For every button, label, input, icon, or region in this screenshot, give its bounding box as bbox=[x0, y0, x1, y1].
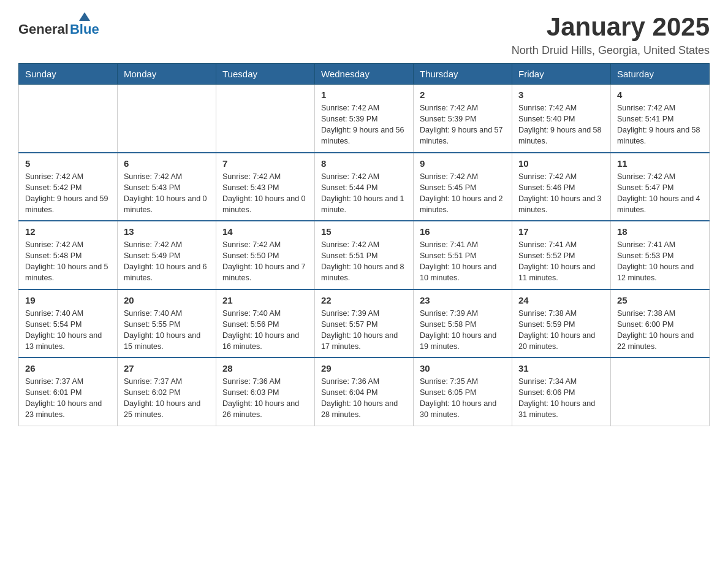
day-info: Sunrise: 7:42 AM Sunset: 5:44 PM Dayligh… bbox=[321, 171, 407, 216]
calendar-cell: 31Sunrise: 7:34 AM Sunset: 6:06 PM Dayli… bbox=[512, 358, 611, 426]
calendar-week-row: 1Sunrise: 7:42 AM Sunset: 5:39 PM Daylig… bbox=[19, 85, 710, 153]
day-info: Sunrise: 7:37 AM Sunset: 6:02 PM Dayligh… bbox=[124, 376, 210, 421]
calendar-cell: 18Sunrise: 7:41 AM Sunset: 5:53 PM Dayli… bbox=[611, 221, 710, 289]
day-info: Sunrise: 7:42 AM Sunset: 5:42 PM Dayligh… bbox=[25, 171, 111, 216]
day-info: Sunrise: 7:39 AM Sunset: 5:57 PM Dayligh… bbox=[321, 308, 407, 353]
day-info: Sunrise: 7:40 AM Sunset: 5:56 PM Dayligh… bbox=[222, 308, 308, 353]
calendar-cell: 8Sunrise: 7:42 AM Sunset: 5:44 PM Daylig… bbox=[315, 153, 414, 221]
day-info: Sunrise: 7:42 AM Sunset: 5:40 PM Dayligh… bbox=[518, 102, 604, 147]
day-number: 8 bbox=[321, 158, 407, 169]
day-number: 5 bbox=[25, 158, 111, 169]
calendar-cell: 22Sunrise: 7:39 AM Sunset: 5:57 PM Dayli… bbox=[315, 289, 414, 358]
day-info: Sunrise: 7:36 AM Sunset: 6:03 PM Dayligh… bbox=[222, 376, 308, 421]
day-info: Sunrise: 7:42 AM Sunset: 5:43 PM Dayligh… bbox=[124, 171, 210, 216]
day-number: 21 bbox=[222, 295, 308, 305]
calendar-cell: 5Sunrise: 7:42 AM Sunset: 5:42 PM Daylig… bbox=[19, 153, 118, 221]
day-info: Sunrise: 7:42 AM Sunset: 5:48 PM Dayligh… bbox=[25, 239, 111, 284]
location-title: North Druid Hills, Georgia, United State… bbox=[512, 44, 710, 57]
calendar-cell bbox=[19, 85, 118, 153]
calendar-header-thursday: Thursday bbox=[414, 64, 512, 85]
calendar-cell: 10Sunrise: 7:42 AM Sunset: 5:46 PM Dayli… bbox=[512, 153, 611, 221]
day-number: 2 bbox=[420, 90, 506, 100]
title-section: January 2025 North Druid Hills, Georgia,… bbox=[512, 12, 710, 57]
calendar-cell: 27Sunrise: 7:37 AM Sunset: 6:02 PM Dayli… bbox=[118, 358, 216, 426]
day-info: Sunrise: 7:34 AM Sunset: 6:06 PM Dayligh… bbox=[518, 376, 604, 421]
logo-icon: General Blue bbox=[18, 12, 99, 37]
calendar-week-row: 26Sunrise: 7:37 AM Sunset: 6:01 PM Dayli… bbox=[19, 358, 710, 426]
day-info: Sunrise: 7:42 AM Sunset: 5:43 PM Dayligh… bbox=[222, 171, 308, 216]
calendar-cell: 24Sunrise: 7:38 AM Sunset: 5:59 PM Dayli… bbox=[512, 289, 611, 358]
day-info: Sunrise: 7:42 AM Sunset: 5:39 PM Dayligh… bbox=[321, 102, 407, 147]
calendar-cell: 29Sunrise: 7:36 AM Sunset: 6:04 PM Dayli… bbox=[315, 358, 414, 426]
day-number: 31 bbox=[518, 363, 604, 373]
day-number: 22 bbox=[321, 295, 407, 305]
calendar-cell: 15Sunrise: 7:42 AM Sunset: 5:51 PM Dayli… bbox=[315, 221, 414, 289]
day-info: Sunrise: 7:40 AM Sunset: 5:55 PM Dayligh… bbox=[124, 308, 210, 353]
calendar-cell: 7Sunrise: 7:42 AM Sunset: 5:43 PM Daylig… bbox=[216, 153, 315, 221]
day-number: 15 bbox=[321, 226, 407, 237]
day-number: 19 bbox=[25, 295, 111, 305]
day-info: Sunrise: 7:40 AM Sunset: 5:54 PM Dayligh… bbox=[25, 308, 111, 353]
calendar-cell: 9Sunrise: 7:42 AM Sunset: 5:45 PM Daylig… bbox=[414, 153, 512, 221]
day-info: Sunrise: 7:39 AM Sunset: 5:58 PM Dayligh… bbox=[420, 308, 506, 353]
day-number: 16 bbox=[420, 226, 506, 237]
day-info: Sunrise: 7:36 AM Sunset: 6:04 PM Dayligh… bbox=[321, 376, 407, 421]
calendar-header-row: SundayMondayTuesdayWednesdayThursdayFrid… bbox=[19, 64, 710, 85]
calendar-week-row: 5Sunrise: 7:42 AM Sunset: 5:42 PM Daylig… bbox=[19, 153, 710, 221]
calendar-header-wednesday: Wednesday bbox=[315, 64, 414, 85]
calendar-cell: 11Sunrise: 7:42 AM Sunset: 5:47 PM Dayli… bbox=[611, 153, 710, 221]
calendar-cell: 14Sunrise: 7:42 AM Sunset: 5:50 PM Dayli… bbox=[216, 221, 315, 289]
calendar-cell: 12Sunrise: 7:42 AM Sunset: 5:48 PM Dayli… bbox=[19, 221, 118, 289]
day-number: 27 bbox=[124, 363, 210, 373]
day-number: 24 bbox=[518, 295, 604, 305]
logo: General Blue bbox=[18, 12, 99, 37]
calendar-cell: 30Sunrise: 7:35 AM Sunset: 6:05 PM Dayli… bbox=[414, 358, 512, 426]
day-number: 11 bbox=[617, 158, 703, 169]
day-number: 6 bbox=[124, 158, 210, 169]
day-info: Sunrise: 7:41 AM Sunset: 5:53 PM Dayligh… bbox=[617, 239, 703, 284]
day-number: 25 bbox=[617, 295, 703, 305]
calendar-header-sunday: Sunday bbox=[19, 64, 118, 85]
day-number: 17 bbox=[518, 226, 604, 237]
logo-text-general: General bbox=[18, 21, 69, 37]
day-number: 4 bbox=[617, 90, 703, 100]
day-info: Sunrise: 7:41 AM Sunset: 5:51 PM Dayligh… bbox=[420, 239, 506, 284]
calendar-cell: 3Sunrise: 7:42 AM Sunset: 5:40 PM Daylig… bbox=[512, 85, 611, 153]
calendar-cell bbox=[611, 358, 710, 426]
calendar-cell: 16Sunrise: 7:41 AM Sunset: 5:51 PM Dayli… bbox=[414, 221, 512, 289]
day-number: 23 bbox=[420, 295, 506, 305]
calendar-cell: 20Sunrise: 7:40 AM Sunset: 5:55 PM Dayli… bbox=[118, 289, 216, 358]
day-number: 9 bbox=[420, 158, 506, 169]
day-info: Sunrise: 7:38 AM Sunset: 5:59 PM Dayligh… bbox=[518, 308, 604, 353]
calendar-cell: 13Sunrise: 7:42 AM Sunset: 5:49 PM Dayli… bbox=[118, 221, 216, 289]
page-header: General Blue January 2025 North Druid Hi… bbox=[18, 12, 710, 57]
calendar-cell: 23Sunrise: 7:39 AM Sunset: 5:58 PM Dayli… bbox=[414, 289, 512, 358]
calendar-week-row: 19Sunrise: 7:40 AM Sunset: 5:54 PM Dayli… bbox=[19, 289, 710, 358]
day-info: Sunrise: 7:41 AM Sunset: 5:52 PM Dayligh… bbox=[518, 239, 604, 284]
day-number: 18 bbox=[617, 226, 703, 237]
day-info: Sunrise: 7:38 AM Sunset: 6:00 PM Dayligh… bbox=[617, 308, 703, 353]
day-number: 10 bbox=[518, 158, 604, 169]
calendar-cell: 21Sunrise: 7:40 AM Sunset: 5:56 PM Dayli… bbox=[216, 289, 315, 358]
day-number: 1 bbox=[321, 90, 407, 100]
day-info: Sunrise: 7:42 AM Sunset: 5:47 PM Dayligh… bbox=[617, 171, 703, 216]
calendar-cell bbox=[216, 85, 315, 153]
day-info: Sunrise: 7:42 AM Sunset: 5:50 PM Dayligh… bbox=[222, 239, 308, 284]
calendar-table: SundayMondayTuesdayWednesdayThursdayFrid… bbox=[18, 63, 710, 426]
day-number: 28 bbox=[222, 363, 308, 373]
calendar-cell: 26Sunrise: 7:37 AM Sunset: 6:01 PM Dayli… bbox=[19, 358, 118, 426]
day-info: Sunrise: 7:37 AM Sunset: 6:01 PM Dayligh… bbox=[25, 376, 111, 421]
calendar-week-row: 12Sunrise: 7:42 AM Sunset: 5:48 PM Dayli… bbox=[19, 221, 710, 289]
calendar-header-tuesday: Tuesday bbox=[216, 64, 315, 85]
logo-text-blue: Blue bbox=[70, 21, 99, 37]
day-info: Sunrise: 7:42 AM Sunset: 5:46 PM Dayligh… bbox=[518, 171, 604, 216]
calendar-cell bbox=[118, 85, 216, 153]
day-number: 14 bbox=[222, 226, 308, 237]
day-number: 26 bbox=[25, 363, 111, 373]
day-number: 30 bbox=[420, 363, 506, 373]
calendar-cell: 6Sunrise: 7:42 AM Sunset: 5:43 PM Daylig… bbox=[118, 153, 216, 221]
calendar-cell: 1Sunrise: 7:42 AM Sunset: 5:39 PM Daylig… bbox=[315, 85, 414, 153]
day-number: 12 bbox=[25, 226, 111, 237]
calendar-cell: 17Sunrise: 7:41 AM Sunset: 5:52 PM Dayli… bbox=[512, 221, 611, 289]
calendar-cell: 25Sunrise: 7:38 AM Sunset: 6:00 PM Dayli… bbox=[611, 289, 710, 358]
